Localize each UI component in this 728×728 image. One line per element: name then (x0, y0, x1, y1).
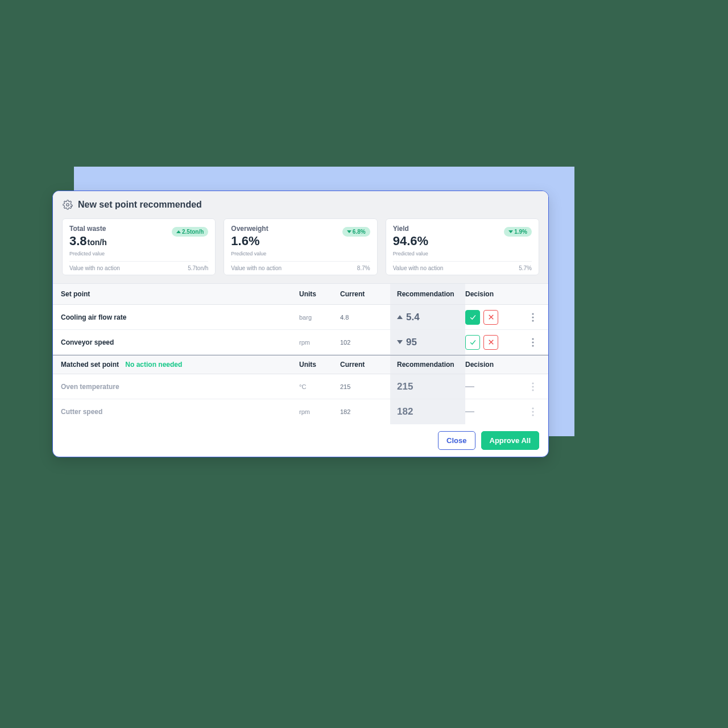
setpoint-units: rpm (299, 408, 340, 415)
kpi-footer: Value with no action 5.7ton/h (69, 261, 208, 275)
setpoint-current: 102 (340, 339, 397, 346)
close-button[interactable]: Close (438, 431, 475, 450)
svg-point-15 (532, 411, 533, 412)
setpoint-recommendation-modal: New set point recommended Total waste 3.… (52, 191, 549, 457)
kpi-delta-badge: 6.8% (342, 227, 370, 237)
triangle-down-icon (397, 340, 403, 344)
kpi-predicted-label: Predicted value (69, 251, 107, 257)
setpoint-current: 182 (340, 408, 397, 415)
more-options-button[interactable] (526, 407, 540, 416)
kpi-title: Total waste (69, 225, 107, 233)
reject-button[interactable] (483, 310, 498, 325)
svg-point-3 (532, 313, 533, 315)
kpi-delta-badge: 2.5ton/h (172, 227, 208, 237)
dash-icon (465, 386, 474, 387)
svg-point-4 (532, 316, 533, 318)
setpoint-name: Cooling air flow rate (61, 313, 299, 321)
no-action-badge: No action needed (125, 361, 182, 369)
triangle-up-icon (397, 315, 403, 319)
col-matched-setpoint: Matched set point No action needed (61, 361, 299, 369)
table-row: Oven temperature °C 215 215 (53, 374, 548, 399)
kpi-value: 94.6% (393, 234, 429, 249)
setpoint-units: °C (299, 383, 340, 390)
approve-button[interactable] (465, 335, 480, 350)
svg-point-13 (532, 389, 533, 391)
caret-down-icon (508, 230, 513, 233)
svg-point-5 (532, 320, 533, 321)
svg-point-8 (532, 338, 533, 340)
decision-buttons (465, 335, 526, 350)
setpoint-name: Cutter speed (61, 408, 299, 416)
modal-footer: Close Approve All (53, 424, 548, 457)
table-row: Cooling air flow rate barg 4.8 5.4 (53, 305, 548, 330)
more-options-button[interactable] (526, 338, 540, 347)
caret-down-icon (347, 230, 351, 233)
col-current: Current (340, 361, 397, 369)
gear-icon (62, 199, 73, 210)
setpoint-recommendation: 215 (390, 374, 465, 399)
more-options-button[interactable] (526, 382, 540, 391)
kpi-card-overweight: Overweight 1.6% Predicted value 6.8% Val… (224, 218, 377, 275)
setpoint-current: 4.8 (340, 314, 397, 321)
reject-button[interactable] (483, 335, 498, 350)
setpoint-table: Set point Units Current Recommendation D… (53, 283, 548, 424)
setpoint-units: barg (299, 314, 340, 321)
setpoint-name: Oven temperature (61, 383, 299, 391)
col-recommendation: Recommendation (390, 355, 465, 374)
kpi-row: Total waste 3.8ton/h Predicted value 2.5… (53, 218, 548, 283)
setpoint-name: Conveyor speed (61, 338, 299, 346)
kpi-predicted-label: Predicted value (231, 251, 268, 257)
col-decision: Decision (465, 290, 526, 298)
svg-point-12 (532, 386, 533, 387)
kpi-card-total-waste: Total waste 3.8ton/h Predicted value 2.5… (62, 218, 216, 275)
more-options-button[interactable] (526, 313, 540, 322)
dash-icon (465, 411, 474, 412)
kpi-footer: Value with no action 8.7% (231, 261, 370, 275)
kpi-card-yield: Yield 94.6% Predicted value 1.9% Value w… (386, 218, 539, 275)
kpi-title: Overweight (231, 225, 268, 233)
col-current: Current (340, 290, 397, 298)
col-units: Units (299, 361, 340, 369)
setpoint-recommendation: 5.4 (390, 305, 465, 329)
svg-point-9 (532, 341, 533, 343)
svg-point-14 (532, 407, 533, 409)
kpi-value: 1.6% (231, 234, 268, 249)
approve-all-button[interactable]: Approve All (481, 431, 539, 450)
modal-title: New set point recommended (78, 200, 202, 210)
kpi-predicted-label: Predicted value (393, 251, 429, 257)
svg-point-0 (67, 204, 69, 206)
col-setpoint: Set point (61, 290, 299, 298)
decision-placeholder (465, 411, 526, 412)
col-units: Units (299, 290, 340, 298)
kpi-delta-badge: 1.9% (504, 227, 532, 237)
table-header: Set point Units Current Recommendation D… (53, 283, 548, 305)
col-recommendation: Recommendation (390, 284, 465, 304)
decision-placeholder (465, 386, 526, 387)
setpoint-recommendation: 182 (390, 399, 465, 424)
decision-buttons (465, 310, 526, 325)
col-decision: Decision (465, 361, 526, 369)
caret-up-icon (176, 230, 181, 233)
matched-table-header: Matched set point No action needed Units… (53, 355, 548, 374)
kpi-value: 3.8ton/h (69, 234, 107, 249)
setpoint-units: rpm (299, 339, 340, 346)
modal-header: New set point recommended (53, 191, 548, 218)
svg-point-16 (532, 414, 533, 416)
approve-button[interactable] (465, 310, 480, 325)
svg-point-11 (532, 382, 533, 384)
setpoint-current: 215 (340, 383, 397, 390)
kpi-footer: Value with no action 5.7% (393, 261, 532, 275)
table-row: Cutter speed rpm 182 182 (53, 399, 548, 424)
kpi-title: Yield (393, 225, 429, 233)
table-row: Conveyor speed rpm 102 95 (53, 330, 548, 355)
setpoint-recommendation: 95 (390, 330, 465, 354)
svg-point-10 (532, 345, 533, 346)
